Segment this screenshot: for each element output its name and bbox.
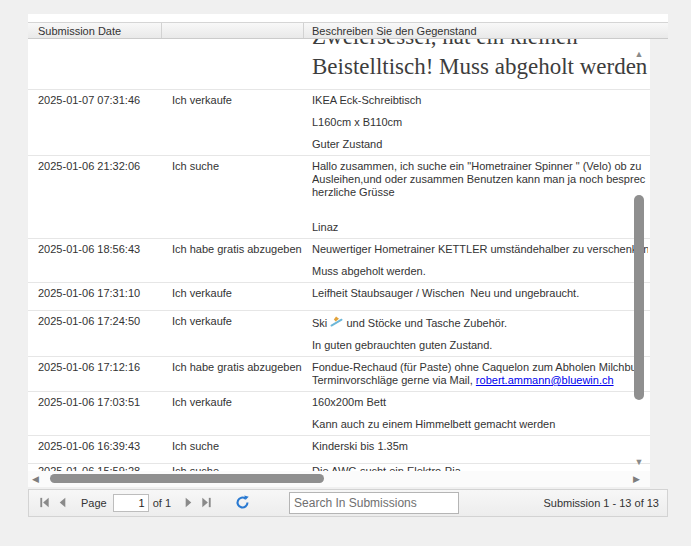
description-paragraph: Hallo zusammen, ich suche ein "Hometrain… (312, 160, 648, 199)
grid-top-strip (28, 14, 668, 22)
description-text: Terminvorschläge gerne via Mail, (312, 374, 476, 386)
category-cell: Ich habe gratis abzugeben (162, 239, 304, 282)
description-paragraph: Muss abgeholt werden. (312, 265, 648, 278)
description-paragraph: IKEA Eck-Schreibtisch (312, 94, 648, 107)
submission-date-cell: 2025-01-06 17:03:51 (28, 392, 162, 435)
description-paragraph: Fondue-Rechaud (für Paste) ohne Caquelon… (312, 361, 648, 387)
grid-header-row: Submission Date Beschreiben Sie den Gege… (28, 22, 668, 39)
table-row[interactable]: 2025-01-06 18:56:43Ich habe gratis abzug… (28, 239, 650, 283)
description-text: Ski (312, 317, 330, 329)
horizontal-scrollbar[interactable]: ◀ ▶ (28, 471, 650, 487)
description-line: Kinderski bis 1.35m (312, 440, 648, 453)
refresh-icon (235, 495, 250, 512)
scroll-right-icon[interactable]: ▶ (633, 474, 640, 484)
table-row[interactable]: 2025-01-07 07:31:46Ich verkaufeIKEA Eck-… (28, 90, 650, 156)
description-line: IKEA Eck-Schreibtisch (312, 94, 648, 107)
description-line: Hallo zusammen, ich suche ein "Hometrain… (312, 160, 648, 173)
submissions-grid: Submission Date Beschreiben Sie den Gege… (28, 14, 668, 517)
description-line: Ski und Stöcke und Tasche Zubehör. (312, 315, 648, 330)
table-row[interactable]: 2025-01-06 17:24:50Ich verkaufeSki und S… (28, 311, 650, 357)
description-cell: Zweiersessel, hat ein kleinenBeistelltis… (304, 39, 650, 89)
prev-page-button[interactable] (53, 494, 71, 512)
submission-date-cell: 2025-01-06 18:56:43 (28, 239, 162, 282)
table-row[interactable]: 2025-01-06 15:59:28Ich sucheDie AWG such… (28, 464, 650, 471)
table-row[interactable]: Zweiersessel, hat ein kleinenBeistelltis… (28, 39, 650, 90)
description-paragraph: Kinderski bis 1.35m (312, 440, 648, 453)
scroll-up-icon[interactable]: ▲ (632, 49, 646, 59)
category-cell (162, 39, 304, 89)
grid-body: Zweiersessel, hat ein kleinenBeistelltis… (28, 39, 650, 471)
vertical-scrollbar-thumb[interactable] (634, 195, 644, 400)
email-link[interactable]: robert.ammann@bluewin.ch (476, 374, 614, 386)
description-line: herzliche Grüsse (312, 186, 648, 199)
category-cell: Ich verkaufe (162, 392, 304, 435)
description-paragraph: L160cm x B110cm (312, 116, 648, 129)
category-cell: Ich verkaufe (162, 311, 304, 356)
category-cell: Ich verkaufe (162, 283, 304, 310)
category-cell: Ich suche (162, 436, 304, 463)
submission-date-cell: 2025-01-06 17:31:10 (28, 283, 162, 310)
description-line: In guten gebrauchten guten Zustand. (312, 339, 648, 352)
description-paragraph: In guten gebrauchten guten Zustand. (312, 339, 648, 352)
page-of-label: of 1 (153, 497, 171, 509)
vertical-scrollbar[interactable]: ▲ ▼ (632, 39, 646, 471)
submission-date-cell (28, 39, 162, 89)
category-cell: Ich verkaufe (162, 90, 304, 155)
table-row[interactable]: 2025-01-06 17:03:51Ich verkaufe160x200m … (28, 392, 650, 436)
page-label: Page (81, 497, 107, 509)
description-paragraph: Zweiersessel, hat ein kleinenBeistelltis… (312, 39, 648, 82)
submission-date-cell: 2025-01-06 21:32:06 (28, 156, 162, 238)
description-cell: Kinderski bis 1.35m (304, 436, 650, 463)
table-row[interactable]: 2025-01-06 21:32:06Ich sucheHallo zusamm… (28, 156, 650, 239)
scroll-down-icon[interactable]: ▼ (632, 457, 646, 467)
next-page-icon (182, 496, 195, 511)
submission-date-cell: 2025-01-06 17:12:16 (28, 357, 162, 391)
pager-bar: Page of 1 Submission 1 - 13 of 13 (28, 489, 668, 517)
description-paragraph: Leifheit Staubsauger / Wischen Neu und u… (312, 287, 648, 300)
next-page-button[interactable] (179, 494, 197, 512)
last-page-icon (200, 496, 213, 511)
description-cell: Leifheit Staubsauger / Wischen Neu und u… (304, 283, 650, 310)
search-input[interactable] (289, 492, 459, 514)
description-paragraph: Ski und Stöcke und Tasche Zubehör. (312, 315, 648, 330)
description-line: Linaz (312, 221, 648, 234)
scroll-left-icon[interactable]: ◀ (32, 474, 39, 484)
description-cell: Fondue-Rechaud (für Paste) ohne Caquelon… (304, 357, 650, 391)
first-page-icon (38, 496, 51, 511)
prev-page-icon (56, 496, 69, 511)
description-cell: Die AWG sucht ein Elektro-Pia (304, 464, 650, 471)
table-row[interactable]: 2025-01-06 17:31:10Ich verkaufeLeifheit … (28, 283, 650, 311)
submission-date-cell: 2025-01-06 17:24:50 (28, 311, 162, 356)
description-line: Neuwertiger Hometrainer KETTLER umstände… (312, 243, 648, 256)
table-row[interactable]: 2025-01-06 17:12:16Ich habe gratis abzug… (28, 357, 650, 392)
horizontal-scrollbar-thumb[interactable] (50, 474, 324, 483)
first-page-button[interactable] (35, 494, 53, 512)
category-cell: Ich habe gratis abzugeben (162, 357, 304, 391)
description-cell: Ski und Stöcke und Tasche Zubehör.In gut… (304, 311, 650, 356)
table-row[interactable]: 2025-01-06 16:39:43Ich sucheKinderski bi… (28, 436, 650, 464)
submission-date-cell: 2025-01-06 15:59:28 (28, 464, 162, 471)
description-line (312, 208, 648, 221)
submission-date-cell: 2025-01-06 16:39:43 (28, 436, 162, 463)
description-cell: 160x200m BettKann auch zu einem Himmelbe… (304, 392, 650, 435)
description-line: 160x200m Bett (312, 396, 648, 409)
last-page-button[interactable] (197, 494, 215, 512)
description-paragraph: Neuwertiger Hometrainer KETTLER umstände… (312, 243, 648, 256)
description-paragraph: Guter Zustand (312, 138, 648, 151)
description-cell: IKEA Eck-SchreibtischL160cm x B110cmGute… (304, 90, 650, 155)
description-line: Kann auch zu einem Himmelbett gemacht we… (312, 418, 648, 431)
submission-date-cell: 2025-01-07 07:31:46 (28, 90, 162, 155)
column-header-description[interactable]: Beschreiben Sie den Gegenstand (304, 23, 668, 38)
description-line: Zweiersessel, hat ein kleinen (312, 39, 648, 52)
description-paragraph: Linaz (312, 208, 648, 234)
description-line: Guter Zustand (312, 138, 648, 151)
refresh-button[interactable] (233, 494, 251, 512)
page-number-input[interactable] (113, 494, 149, 512)
description-line: Terminvorschläge gerne via Mail, robert.… (312, 374, 648, 387)
column-header-submission-date[interactable]: Submission Date (28, 23, 162, 38)
description-line: Ausleihen,und oder zusammen Benutzen kan… (312, 173, 648, 186)
column-header-category[interactable] (162, 23, 304, 38)
description-text: und Stöcke und Tasche Zubehör. (343, 317, 507, 329)
description-cell: Hallo zusammen, ich suche ein "Hometrain… (304, 156, 650, 238)
description-line: Beistelltisch! Muss abgeholt werden (312, 52, 648, 82)
